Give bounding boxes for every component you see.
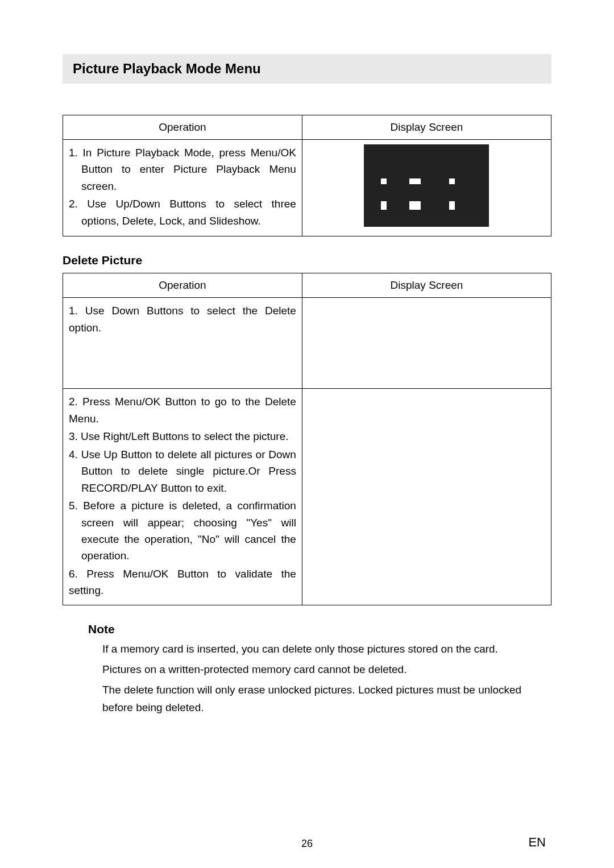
- operation-step: 2. Use Up/Down Buttons to select three o…: [69, 196, 296, 229]
- display-screen-cell: [302, 389, 551, 605]
- title-bar: Picture Playback Mode Menu: [63, 54, 551, 84]
- operation-step: 5. Before a picture is deleted, a confir…: [69, 497, 296, 564]
- table-row: 2. Press Menu/OK Button to go to the Del…: [63, 389, 551, 605]
- page-number: 26: [301, 838, 313, 850]
- table-row: 1. In Picture Playback Mode, press Menu/…: [63, 140, 551, 236]
- note-item: Pictures on a written-protected memory c…: [102, 661, 551, 678]
- note-heading: Note: [88, 622, 551, 636]
- operation-step: 3. Use Right/Left Buttons to select the …: [69, 428, 296, 445]
- section-heading-delete: Delete Picture: [63, 254, 551, 267]
- operation-step: 1. In Picture Playback Mode, press Menu/…: [69, 144, 296, 194]
- display-screen-cell: [302, 298, 551, 389]
- operation-cell: 1. Use Down Buttons to select the Delete…: [63, 298, 302, 389]
- note-list: If a memory card is inserted, you can de…: [102, 641, 551, 717]
- page-title: Picture Playback Mode Menu: [73, 61, 541, 77]
- operation-cell: 2. Press Menu/OK Button to go to the Del…: [63, 389, 302, 605]
- header-display-screen: Display Screen: [302, 115, 551, 140]
- operation-cell: 1. In Picture Playback Mode, press Menu/…: [63, 140, 302, 236]
- table-row: 1. Use Down Buttons to select the Delete…: [63, 298, 551, 389]
- table-header-row: Operation Display Screen: [63, 273, 551, 298]
- note-item: The delete function will only erase unlo…: [102, 682, 551, 716]
- note-item: If a memory card is inserted, you can de…: [102, 641, 551, 658]
- screenshot-thumbnail-icon: [364, 144, 489, 227]
- header-display-screen: Display Screen: [302, 273, 551, 298]
- header-operation: Operation: [63, 115, 302, 140]
- display-screen-cell: [302, 140, 551, 236]
- table-header-row: Operation Display Screen: [63, 115, 551, 140]
- operation-step: 1. Use Down Buttons to select the Delete…: [69, 302, 296, 336]
- table-playback-menu: Operation Display Screen 1. In Picture P…: [63, 115, 551, 236]
- operation-step: 2. Press Menu/OK Button to go to the Del…: [69, 393, 296, 427]
- table-delete-picture: Operation Display Screen 1. Use Down But…: [63, 273, 551, 605]
- language-code: EN: [528, 835, 546, 850]
- operation-step: 4. Use Up Button to delete all pictures …: [69, 446, 296, 496]
- operation-step: 6. Press Menu/OK Button to validate the …: [69, 566, 296, 599]
- header-operation: Operation: [63, 273, 302, 298]
